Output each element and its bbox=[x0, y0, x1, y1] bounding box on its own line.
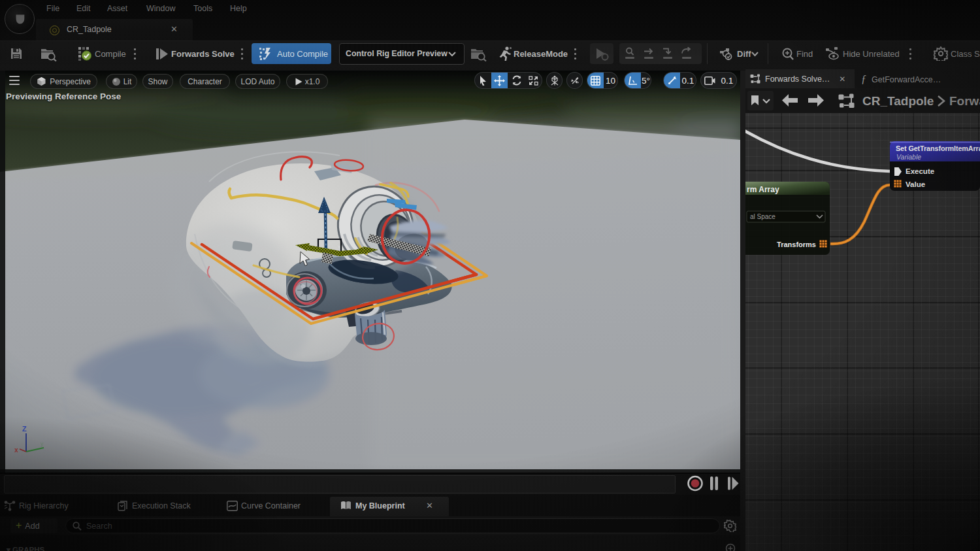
svg-text:rm Array: rm Array bbox=[747, 185, 779, 194]
svg-text:al Space: al Space bbox=[750, 213, 776, 220]
svg-text:Set GetTransformItemArray: Set GetTransformItemArray bbox=[896, 144, 980, 152]
svg-text:Execute: Execute bbox=[906, 167, 934, 175]
svg-text:Value: Value bbox=[906, 180, 925, 188]
svg-text:Variable: Variable bbox=[896, 153, 921, 161]
svg-text:Transforms: Transforms bbox=[777, 241, 816, 248]
